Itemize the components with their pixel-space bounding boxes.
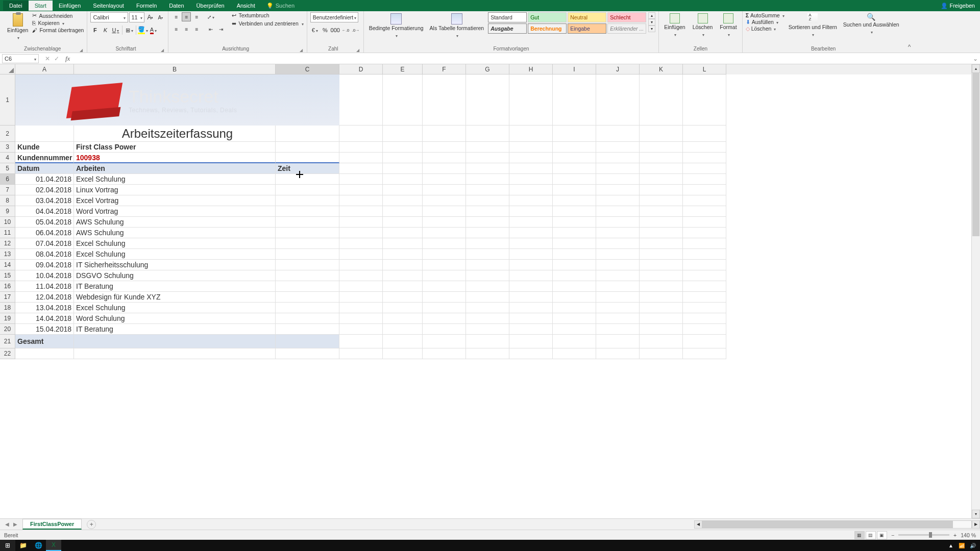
sheet-tab-active[interactable]: FirstClassPower [22, 519, 82, 530]
cell[interactable] [596, 206, 640, 217]
zoom-thumb[interactable] [929, 532, 932, 538]
row-header-1[interactable]: 1 [0, 74, 15, 126]
tray-volume-icon[interactable]: 🔊 [970, 543, 976, 548]
row-header-6[interactable]: 6 [0, 174, 15, 185]
cell[interactable]: 09.04.2018 [15, 260, 74, 270]
cell[interactable] [383, 249, 423, 260]
cells-area[interactable]: ThinksecretTechnews, Reviews, Tutorials,… [15, 74, 971, 518]
cell[interactable] [383, 206, 423, 217]
cell[interactable] [596, 281, 640, 292]
tab-review[interactable]: Überprüfen [190, 1, 231, 11]
cell[interactable] [383, 313, 423, 324]
cell[interactable] [423, 163, 466, 174]
cell[interactable] [553, 185, 596, 195]
decrease-indent-button[interactable]: ⇤ [206, 24, 215, 34]
cell[interactable] [466, 206, 509, 217]
task-browser[interactable]: 🌐 [31, 540, 46, 551]
cell[interactable] [423, 324, 466, 335]
row-header-9[interactable]: 9 [0, 206, 15, 217]
cell[interactable] [339, 313, 383, 324]
cell[interactable]: IT Sicherheitsschulung [74, 260, 276, 270]
cell[interactable] [683, 348, 726, 359]
cell[interactable] [683, 217, 726, 228]
cancel-formula-button[interactable]: ✕ [45, 55, 50, 62]
cell[interactable]: Excel Schulung [74, 303, 276, 313]
cell[interactable] [276, 174, 339, 185]
collapse-ribbon-button[interactable]: ^ [904, 11, 915, 53]
cell[interactable] [509, 126, 553, 142]
cell[interactable] [339, 348, 383, 359]
cell[interactable]: Excel Schulung [74, 238, 276, 249]
zoom-slider[interactable] [898, 534, 949, 536]
tab-insert[interactable]: Einfügen [53, 1, 87, 11]
cell[interactable] [466, 260, 509, 270]
cell[interactable]: 01.04.2018 [15, 174, 74, 185]
cell[interactable] [509, 260, 553, 270]
cell[interactable] [466, 313, 509, 324]
cell[interactable] [423, 335, 466, 348]
format-as-table-button[interactable]: Als Tabelle formatieren [428, 12, 486, 39]
cell[interactable] [276, 270, 339, 281]
cell[interactable] [423, 249, 466, 260]
cell[interactable] [553, 324, 596, 335]
cell[interactable] [640, 74, 683, 126]
cell[interactable] [509, 348, 553, 359]
cell[interactable]: Word Schulung [74, 313, 276, 324]
cell[interactable] [640, 348, 683, 359]
cell[interactable] [553, 313, 596, 324]
cell[interactable] [339, 238, 383, 249]
zoom-level[interactable]: 140 % [961, 532, 976, 538]
cell[interactable]: Word Vortrag [74, 206, 276, 217]
cell[interactable] [383, 238, 423, 249]
cell[interactable] [383, 153, 423, 163]
wrap-text-button[interactable]: ↩Textumbruch [232, 12, 303, 18]
bold-button[interactable]: F [90, 26, 100, 35]
cell[interactable] [423, 228, 466, 238]
font-size-dropdown[interactable]: 11 [129, 12, 144, 22]
cell[interactable] [509, 228, 553, 238]
view-pagebreak-button[interactable]: ▣ [877, 531, 887, 539]
cell[interactable] [596, 260, 640, 270]
cell[interactable] [276, 142, 339, 153]
cell[interactable] [466, 335, 509, 348]
cell[interactable]: 03.04.2018 [15, 195, 74, 206]
cell[interactable] [683, 270, 726, 281]
cell[interactable] [640, 126, 683, 142]
cell[interactable] [339, 249, 383, 260]
row-header-13[interactable]: 13 [0, 249, 15, 260]
number-dialog-launcher[interactable]: ◢ [356, 48, 360, 53]
cell[interactable] [383, 174, 423, 185]
cell[interactable] [423, 185, 466, 195]
cell[interactable]: 05.04.2018 [15, 217, 74, 228]
vertical-scrollbar[interactable]: ▴ ▾ [971, 64, 980, 518]
row-header-11[interactable]: 11 [0, 228, 15, 238]
cell[interactable]: Excel Schulung [74, 249, 276, 260]
cell[interactable] [596, 335, 640, 348]
cell[interactable] [423, 126, 466, 142]
cell[interactable] [509, 313, 553, 324]
cell[interactable] [596, 195, 640, 206]
cell[interactable] [683, 281, 726, 292]
column-header-A[interactable]: A [15, 64, 74, 74]
cell[interactable] [466, 126, 509, 142]
style-explanatory[interactable]: Erklärender ... [607, 23, 646, 34]
horizontal-scrollbar[interactable]: ◀ ▶ [694, 520, 980, 529]
cell[interactable] [509, 217, 553, 228]
styles-scroll-down[interactable]: ▾ [648, 19, 655, 26]
cell[interactable] [509, 163, 553, 174]
cell[interactable] [596, 217, 640, 228]
column-header-J[interactable]: J [596, 64, 640, 74]
cell[interactable] [683, 303, 726, 313]
cell[interactable] [640, 153, 683, 163]
cell[interactable]: 11.04.2018 [15, 281, 74, 292]
cell[interactable] [596, 126, 640, 142]
scroll-right-button[interactable]: ▶ [972, 520, 980, 529]
cell[interactable] [596, 303, 640, 313]
cell[interactable]: Zeit [276, 163, 339, 174]
cell[interactable] [339, 185, 383, 195]
cell[interactable]: 15.04.2018 [15, 324, 74, 335]
cell[interactable] [383, 163, 423, 174]
border-button[interactable]: ⊞ [125, 26, 134, 35]
cell[interactable] [509, 238, 553, 249]
cell[interactable] [640, 281, 683, 292]
